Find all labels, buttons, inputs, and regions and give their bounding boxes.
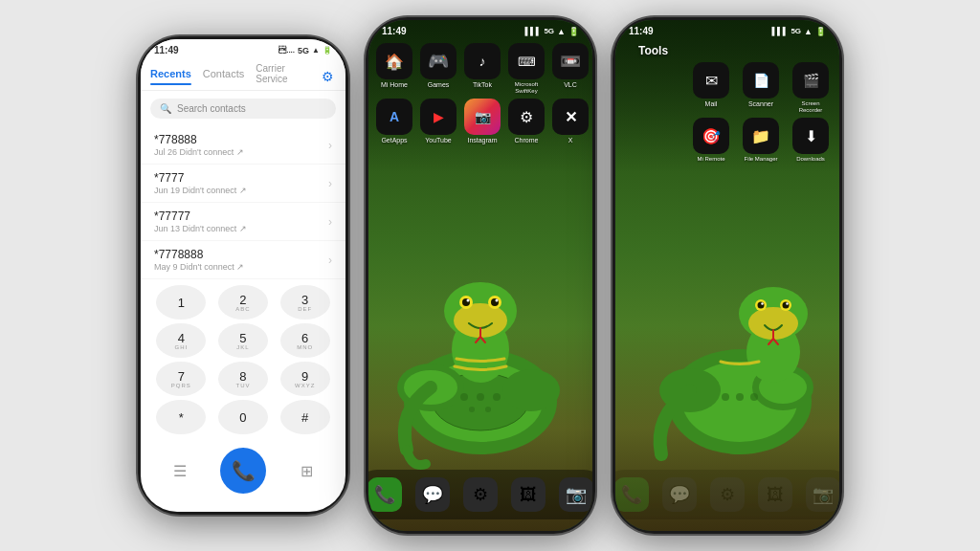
- svg-point-17: [493, 393, 501, 401]
- tools-row-1: ✉ Mail 📄 Scanner 🎬 Screen Recorder: [623, 62, 832, 114]
- app-downloads[interactable]: ⬇ Downloads: [790, 118, 832, 163]
- keypad-row-4: * 0 #: [150, 400, 336, 434]
- search-bar[interactable]: 🔍 Search contacts: [150, 99, 336, 119]
- key-0[interactable]: 0: [218, 400, 268, 434]
- dock-home2: 📞 💬 ⚙ 🖼 📷: [615, 470, 839, 519]
- app-youtube[interactable]: ▶ YouTube: [420, 99, 457, 144]
- call-arrow: ›: [328, 177, 332, 190]
- svg-point-19: [485, 407, 491, 412]
- wifi-icon-home1: ▲: [557, 27, 566, 36]
- svg-point-18: [469, 407, 475, 412]
- dock-home1: 📞 💬 ⚙ 🖼 📷: [368, 470, 592, 519]
- key-7[interactable]: 7PQRS: [156, 362, 206, 396]
- svg-point-30: [761, 302, 763, 304]
- keypad-row-2: 4GHI 5JKL 6MNO: [150, 323, 336, 358]
- key-star[interactable]: *: [156, 400, 206, 434]
- status-bar-dialer: 11:49 .... 5G ▲ 🔋: [141, 39, 345, 57]
- app-file-manager[interactable]: 📁 File Manager: [740, 118, 782, 163]
- tab-recents[interactable]: Recents: [150, 68, 191, 85]
- search-icon: 🔍: [160, 103, 171, 114]
- app-tiktok[interactable]: ♪ TikTok: [464, 43, 501, 95]
- dock-messages[interactable]: 💬: [415, 477, 450, 512]
- recent-calls-list: *778888 Jul 26 Didn't connect ↗ › *7777 …: [141, 126, 345, 279]
- svg-point-36: [750, 393, 758, 401]
- key-2[interactable]: 2ABC: [218, 285, 268, 320]
- dock-messages-2[interactable]: 💬: [662, 477, 697, 512]
- key-hash[interactable]: #: [280, 400, 330, 434]
- app-chrome[interactable]: ⚙ Chrome: [508, 99, 545, 144]
- call-arrow: ›: [328, 253, 332, 267]
- 5g-badge-2: 5G: [791, 27, 801, 35]
- status-icons-home1: ▌▌▌ 5G ▲ 🔋: [524, 27, 579, 36]
- call-item-3[interactable]: *7778888 May 9 Didn't connect ↗ ›: [141, 241, 345, 279]
- phone-home-1: 11:49 ▌▌▌ 5G ▲ 🔋 🏠 Mi Home 🎮 Games: [366, 17, 595, 534]
- call-button[interactable]: 📞: [220, 448, 266, 494]
- svg-point-34: [722, 393, 729, 401]
- dock-gallery[interactable]: 🖼: [511, 477, 546, 512]
- app-games[interactable]: 🎮 Games: [420, 43, 457, 95]
- svg-point-29: [758, 302, 765, 309]
- dialpad-icon[interactable]: ⊞: [287, 452, 325, 490]
- menu-icon[interactable]: ☰: [161, 452, 199, 490]
- key-1[interactable]: 1: [156, 285, 206, 320]
- svg-point-16: [477, 393, 484, 401]
- status-time: 11:49: [154, 45, 179, 55]
- call-item-1[interactable]: *7777 Jun 19 Didn't connect ↗ ›: [141, 165, 345, 203]
- key-5[interactable]: 5JKL: [218, 323, 268, 358]
- svg-point-15: [460, 393, 468, 401]
- status-time-home2: 11:49: [629, 26, 654, 36]
- app-instagram[interactable]: 📷 Instagram: [464, 99, 501, 144]
- dock-phone-2[interactable]: 📞: [615, 477, 649, 512]
- dock-gallery-2[interactable]: 🖼: [758, 477, 792, 512]
- call-arrow: ›: [328, 139, 332, 152]
- phone-home-2: 11:49 ▌▌▌ 5G ▲ 🔋 Tools ✉ Mail 📄 Scanner: [612, 17, 842, 534]
- keypad: 1 2ABC 3DEF 4GHI 5JKL 6MNO 7PQRS 8TUV 9W…: [141, 279, 345, 444]
- app-x[interactable]: ✕ X: [552, 99, 589, 144]
- status-icons-home2: ▌▌▌ 5G ▲ 🔋: [771, 27, 826, 36]
- app-row-2: A GetApps ▶ YouTube 📷 Instagram ⚙ Chrome…: [376, 99, 585, 144]
- call-action-row: ☰ 📞 ⊞: [141, 444, 345, 501]
- app-mail[interactable]: ✉ Mail: [690, 62, 732, 114]
- app-getapps[interactable]: A GetApps: [376, 99, 412, 144]
- svg-point-14: [496, 299, 499, 302]
- tab-carrier[interactable]: Carrier Service: [256, 63, 319, 90]
- signal-bars-2: ▌▌▌: [771, 27, 788, 35]
- phone-dialer: 11:49 .... 5G ▲ 🔋 Recents Contacts Carr…: [138, 36, 348, 515]
- svg-point-5: [502, 369, 560, 411]
- dock-camera-2[interactable]: 📷: [806, 477, 839, 512]
- 5g-badge: 5G: [544, 27, 554, 35]
- key-9[interactable]: 9WXYZ: [280, 362, 330, 396]
- home-screen-2: 11:49 ▌▌▌ 5G ▲ 🔋 Tools ✉ Mail 📄 Scanner: [615, 20, 839, 531]
- key-3[interactable]: 3DEF: [280, 285, 330, 320]
- tools-folder-label: Tools: [627, 40, 668, 57]
- search-placeholder: Search contacts: [177, 103, 246, 114]
- settings-icon[interactable]: ⚙: [319, 68, 336, 85]
- signal-icon: ....: [278, 46, 295, 55]
- call-item-2[interactable]: *77777 Jun 13 Didn't connect ↗ ›: [141, 203, 345, 241]
- app-mi-remote[interactable]: 🎯 Mi Remote: [690, 118, 732, 163]
- battery-icon-home2: 🔋: [815, 27, 826, 36]
- tab-contacts[interactable]: Contacts: [203, 68, 244, 85]
- status-bar-home1: 11:49 ▌▌▌ 5G ▲ 🔋: [368, 20, 592, 38]
- status-time-home1: 11:49: [382, 26, 407, 36]
- key-8[interactable]: 8TUV: [218, 362, 268, 396]
- signal-bars: ▌▌▌: [524, 27, 541, 35]
- svg-point-33: [786, 302, 788, 304]
- dialer-screen: 11:49 .... 5G ▲ 🔋 Recents Contacts Carr…: [141, 39, 345, 512]
- key-4[interactable]: 4GHI: [156, 323, 206, 358]
- app-swiftkey[interactable]: ⌨ Microsoft SwiftKey: [508, 43, 545, 95]
- dock-phone[interactable]: 📞: [368, 477, 402, 512]
- app-vlc[interactable]: 📼 VLC: [552, 43, 589, 95]
- key-6[interactable]: 6MNO: [280, 323, 330, 358]
- app-scanner[interactable]: 📄 Scanner: [740, 62, 782, 114]
- app-screen-recorder[interactable]: 🎬 Screen Recorder: [790, 62, 832, 114]
- dock-settings[interactable]: ⚙: [463, 477, 498, 512]
- status-icons: .... 5G ▲ 🔋: [278, 46, 332, 55]
- status-bar-home2: 11:49 ▌▌▌ 5G ▲ 🔋: [615, 20, 839, 38]
- app-mihome[interactable]: 🏠 Mi Home: [376, 43, 412, 95]
- dock-settings-2[interactable]: ⚙: [710, 477, 745, 512]
- call-item-0[interactable]: *778888 Jul 26 Didn't connect ↗ ›: [141, 126, 345, 165]
- call-arrow: ›: [328, 215, 332, 229]
- dock-camera[interactable]: 📷: [559, 477, 592, 512]
- battery-icon-home1: 🔋: [568, 27, 579, 36]
